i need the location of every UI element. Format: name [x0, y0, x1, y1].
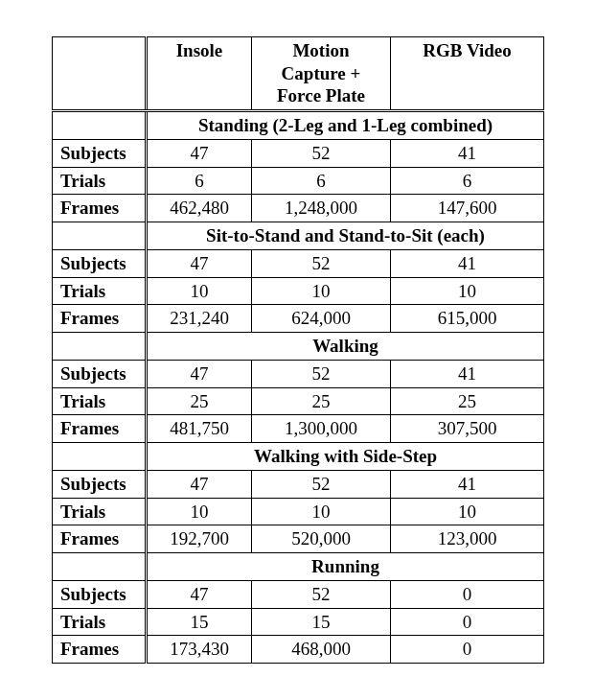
- col-mocap-l3: Force Plate: [277, 85, 365, 105]
- cell-value: 41: [391, 470, 544, 498]
- cell-value: 6: [147, 167, 252, 195]
- cell-value: 52: [252, 360, 391, 387]
- cell-value: 1,300,000: [252, 415, 391, 443]
- section-header: Walking: [53, 333, 544, 361]
- cell-value: 25: [147, 387, 252, 415]
- cell-value: 0: [391, 636, 544, 664]
- section-blank: [53, 222, 147, 250]
- cell-value: 10: [391, 498, 544, 525]
- cell-value: 0: [391, 608, 544, 636]
- table-row: Frames192,700520,000123,000: [53, 525, 544, 553]
- table-row: Frames481,7501,300,000307,500: [53, 415, 544, 443]
- cell-value: 10: [147, 498, 252, 525]
- row-label: Subjects: [53, 470, 147, 498]
- section-header: Sit-to-Stand and Stand-to-Sit (each): [53, 222, 544, 250]
- table-row: Frames462,4801,248,000147,600: [53, 195, 544, 222]
- cell-value: 52: [252, 580, 391, 608]
- cell-value: 47: [147, 360, 252, 387]
- cell-value: 615,000: [391, 305, 544, 333]
- section-blank: [53, 443, 147, 471]
- section-header: Running: [53, 553, 544, 581]
- col-mocap-l1: Motion: [292, 40, 349, 60]
- table-row: Subjects475241: [53, 249, 544, 277]
- row-label: Subjects: [53, 139, 147, 167]
- cell-value: 47: [147, 139, 252, 167]
- cell-value: 47: [147, 580, 252, 608]
- cell-value: 462,480: [147, 195, 252, 222]
- cell-value: 15: [147, 608, 252, 636]
- cell-value: 15: [252, 608, 391, 636]
- row-label: Trials: [53, 498, 147, 525]
- row-label: Subjects: [53, 249, 147, 277]
- table-body: Standing (2-Leg and 1-Leg combined)Subje…: [53, 111, 544, 664]
- section-header: Walking with Side-Step: [53, 443, 544, 471]
- cell-value: 25: [252, 387, 391, 415]
- table-row: Subjects47520: [53, 580, 544, 608]
- cell-value: 123,000: [391, 525, 544, 553]
- section-title: Walking: [147, 333, 544, 361]
- table-row: Trials101010: [53, 498, 544, 525]
- cell-value: 41: [391, 249, 544, 277]
- cell-value: 10: [252, 277, 391, 305]
- cell-value: 25: [391, 387, 544, 415]
- cell-value: 307,500: [391, 415, 544, 443]
- section-blank: [53, 333, 147, 361]
- table-row: Trials252525: [53, 387, 544, 415]
- cell-value: 1,248,000: [252, 195, 391, 222]
- section-header: Standing (2-Leg and 1-Leg combined): [53, 111, 544, 140]
- table-row: Trials666: [53, 167, 544, 195]
- table-row: Frames173,430468,0000: [53, 636, 544, 664]
- cell-value: 52: [252, 470, 391, 498]
- cell-value: 10: [147, 277, 252, 305]
- cell-value: 624,000: [252, 305, 391, 333]
- data-table: Insole Motion Capture + Force Plate RGB …: [52, 36, 544, 664]
- cell-value: 468,000: [252, 636, 391, 664]
- col-rgb: RGB Video: [391, 36, 544, 110]
- col-blank: [53, 36, 147, 110]
- row-label: Frames: [53, 305, 147, 333]
- section-title: Standing (2-Leg and 1-Leg combined): [147, 111, 544, 140]
- cell-value: 47: [147, 249, 252, 277]
- cell-value: 10: [391, 277, 544, 305]
- table-row: Subjects475241: [53, 360, 544, 387]
- row-label: Frames: [53, 525, 147, 553]
- row-label: Frames: [53, 415, 147, 443]
- row-label: Trials: [53, 387, 147, 415]
- row-label: Trials: [53, 167, 147, 195]
- cell-value: 41: [391, 360, 544, 387]
- row-label: Frames: [53, 195, 147, 222]
- cell-value: 41: [391, 139, 544, 167]
- table-row: Trials101010: [53, 277, 544, 305]
- section-blank: [53, 111, 147, 140]
- row-label: Subjects: [53, 580, 147, 608]
- cell-value: 47: [147, 470, 252, 498]
- cell-value: 520,000: [252, 525, 391, 553]
- cell-value: 481,750: [147, 415, 252, 443]
- cell-value: 6: [391, 167, 544, 195]
- table-row: Subjects475241: [53, 470, 544, 498]
- cell-value: 52: [252, 139, 391, 167]
- cell-value: 173,430: [147, 636, 252, 664]
- section-blank: [53, 553, 147, 581]
- row-label: Trials: [53, 277, 147, 305]
- table-header: Insole Motion Capture + Force Plate RGB …: [53, 36, 544, 110]
- cell-value: 6: [252, 167, 391, 195]
- row-label: Frames: [53, 636, 147, 664]
- row-label: Trials: [53, 608, 147, 636]
- cell-value: 0: [391, 580, 544, 608]
- cell-value: 231,240: [147, 305, 252, 333]
- table-row: Frames231,240624,000615,000: [53, 305, 544, 333]
- table-row: Trials15150: [53, 608, 544, 636]
- cell-value: 10: [252, 498, 391, 525]
- section-title: Walking with Side-Step: [147, 443, 544, 471]
- row-label: Subjects: [53, 360, 147, 387]
- section-title: Sit-to-Stand and Stand-to-Sit (each): [147, 222, 544, 250]
- cell-value: 192,700: [147, 525, 252, 553]
- cell-value: 52: [252, 249, 391, 277]
- table-row: Subjects475241: [53, 139, 544, 167]
- section-title: Running: [147, 553, 544, 581]
- col-mocap-l2: Capture +: [282, 63, 361, 83]
- col-mocap: Motion Capture + Force Plate: [252, 36, 391, 110]
- col-insole: Insole: [147, 36, 252, 110]
- cell-value: 147,600: [391, 195, 544, 222]
